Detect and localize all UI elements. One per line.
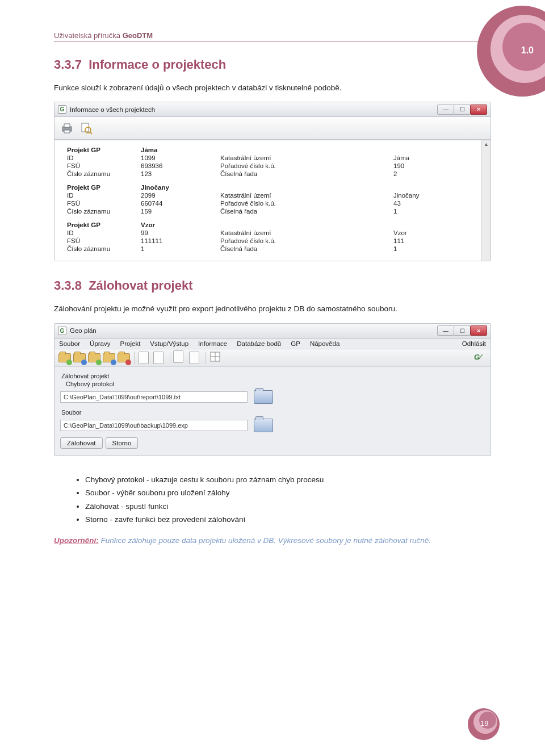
field-label: FSÚ [65, 237, 139, 245]
project-block: Projekt GPVzorID99Katastrální územíVzorF… [65, 221, 487, 253]
document-icon[interactable] [139, 352, 151, 364]
menu-item[interactable]: Informace [198, 340, 227, 347]
section2-text: Zálohování projektu je možné využít pro … [54, 303, 491, 315]
menubar: SouborÚpravyProjektVstup/VýstupInformace… [54, 339, 491, 349]
window-project-info: G Informace o všech projektech — ☐ ✕ Pro… [54, 102, 491, 261]
maximize-button[interactable]: ☐ [454, 325, 471, 336]
minimize-button[interactable]: — [437, 105, 454, 115]
project-header-label: Projekt GP [65, 146, 139, 154]
list-item: Soubor - výběr souboru pro uložení záloh… [85, 486, 491, 500]
menu-item[interactable]: Úpravy [90, 340, 110, 347]
copy-icon[interactable] [174, 352, 187, 364]
field-label: Číslo záznamu [65, 170, 139, 178]
folder-add-icon[interactable] [88, 352, 100, 364]
protocol-path-input[interactable] [60, 391, 248, 403]
field-label: Číslo záznamu [65, 207, 139, 215]
field-value: 123 [139, 170, 218, 178]
grid-icon[interactable] [210, 352, 223, 364]
field-value: Jinočany [391, 191, 487, 199]
menu-logout[interactable]: Odhlásit [462, 340, 486, 347]
menu-item[interactable]: Nápověda [310, 340, 339, 347]
separator [170, 352, 170, 364]
project-list: Projekt GPJámaID1099Katastrální územíJám… [54, 140, 491, 261]
project-name: Jinočany [139, 183, 218, 191]
field-value: 1099 [139, 154, 218, 162]
backup-path-input[interactable] [60, 420, 248, 431]
svg-rect-2 [64, 130, 70, 133]
app-icon: G [58, 105, 66, 114]
list-item: Storno - zavře funkci bez provedení zálo… [85, 513, 491, 527]
window-title-text: Geo plán [70, 327, 97, 334]
menu-item[interactable]: Projekt [120, 340, 141, 347]
field1-label: Chybový protokol [66, 381, 485, 387]
field-label: Katastrální území [218, 154, 391, 162]
field-label: Pořadové číslo k.ú. [218, 199, 391, 207]
field-label: ID [65, 154, 139, 162]
header-rule [54, 41, 491, 41]
field-value: 190 [391, 162, 487, 170]
folder-new-icon[interactable] [58, 352, 71, 364]
field-value: 2 [391, 170, 487, 178]
menu-item[interactable]: Soubor [59, 340, 80, 347]
field-value: 660744 [139, 199, 218, 207]
field-value: 693936 [139, 162, 218, 170]
field-label: Katastrální území [218, 229, 391, 237]
print-icon[interactable] [60, 122, 74, 135]
list-item: Chybový protokol - ukazuje cestu k soubo… [85, 473, 491, 487]
project-block: Projekt GPJámaID1099Katastrální územíJám… [65, 146, 487, 178]
folder-delete-icon[interactable] [118, 352, 130, 364]
window-geoplan: G Geo plán — ☐ ✕ SouborÚpravyProjektVstu… [54, 323, 491, 456]
field-label: Pořadové číslo k.ú. [218, 237, 391, 245]
toolstrip: G⁄ [54, 349, 491, 367]
field-value: 1 [391, 207, 487, 215]
warning-text: Funkce zálohuje pouze data projektu ulož… [99, 536, 431, 545]
heading-zalohovat: 3.3.8 Zálohovat projekt [54, 278, 491, 293]
folder-open-icon[interactable] [73, 352, 86, 364]
folder-refresh-icon[interactable] [103, 352, 115, 364]
field-value: 99 [139, 229, 218, 237]
project-header-label: Projekt GP [65, 183, 139, 191]
field-label: Katastrální území [218, 191, 391, 199]
close-button[interactable]: ✕ [470, 105, 487, 115]
bullet-list: Chybový protokol - ukazuje cestu k soubo… [85, 473, 491, 527]
version-badge: 1.0 [477, 28, 545, 97]
project-name: Jáma [139, 146, 218, 154]
field-value: Jáma [391, 154, 487, 162]
menu-item[interactable]: Vstup/Výstup [150, 340, 188, 347]
field-value: 159 [139, 207, 218, 215]
document-icon[interactable] [153, 352, 166, 364]
minimize-button[interactable]: — [437, 325, 454, 336]
field-value: 1 [139, 245, 218, 253]
scrollbar[interactable] [481, 140, 491, 261]
browse-button[interactable] [252, 417, 275, 434]
header-prefix: Uživatelská příručka [54, 31, 123, 40]
page-number-badge: 19 [468, 708, 500, 740]
field-value: Vzor [391, 229, 487, 237]
project-header-label: Projekt GP [65, 221, 139, 229]
field-label: FSÚ [65, 199, 139, 207]
warning-note: Upozornění: Funkce zálohuje pouze data p… [54, 534, 491, 547]
field-label: Číslo záznamu [65, 245, 139, 253]
maximize-button[interactable]: ☐ [454, 105, 471, 115]
backup-form: Zálohovat projekt Chybový protokol Soubo… [54, 367, 491, 456]
titlebar: G Geo plán — ☐ ✕ [54, 324, 491, 339]
browse-button[interactable] [252, 389, 275, 406]
menu-item[interactable]: Databáze bodů [237, 340, 281, 347]
logo-icon: G⁄ [474, 353, 487, 363]
form-title: Zálohovat projekt [61, 373, 485, 379]
field-value: 111111 [139, 237, 218, 245]
field-label: ID [65, 191, 139, 199]
header-product: GeoDTM [123, 31, 153, 40]
separator [134, 352, 135, 364]
window-title-text: Informace o všech projektech [70, 106, 155, 113]
cancel-button[interactable]: Storno [106, 437, 139, 449]
preview-icon[interactable] [79, 122, 93, 135]
backup-button[interactable]: Zálohovat [60, 437, 103, 449]
copy-icon[interactable] [189, 352, 202, 364]
field-label: Číselná řada [218, 245, 391, 253]
field-value: 111 [391, 237, 487, 245]
close-button[interactable]: ✕ [470, 325, 487, 336]
page-number: 19 [480, 719, 488, 728]
menu-item[interactable]: GP [291, 340, 300, 347]
project-name: Vzor [139, 221, 218, 229]
